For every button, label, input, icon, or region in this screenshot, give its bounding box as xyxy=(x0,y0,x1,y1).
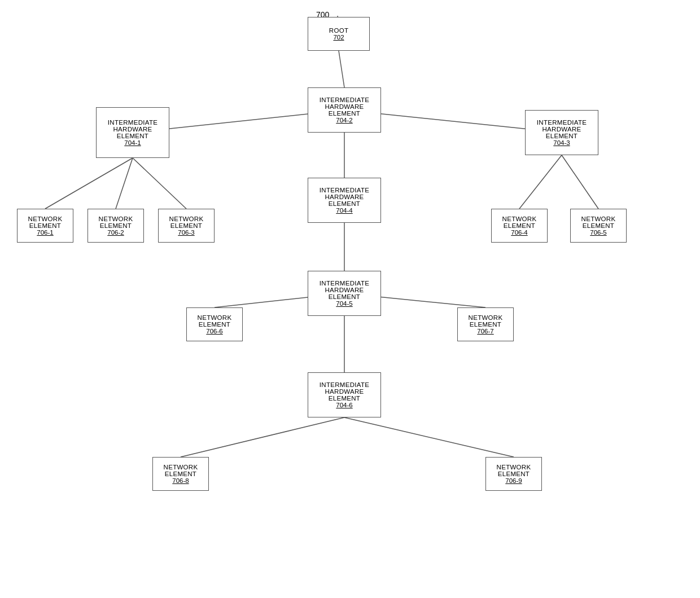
node-ihe-704-3: IntermediateHardwareElement 704-3 xyxy=(525,110,598,155)
svg-line-6 xyxy=(45,158,133,209)
node-ne-706-5: NetworkElement 706-5 xyxy=(570,209,627,243)
node-ihe-704-1-label: IntermediateHardwareElement xyxy=(108,119,158,139)
node-ne-706-3-id: 706-3 xyxy=(178,229,194,236)
node-ne-706-9-id: 706-9 xyxy=(505,477,522,484)
node-ne-706-1: NetworkElement 706-1 xyxy=(17,209,73,243)
node-ne-706-2-label: NetworkElement xyxy=(99,216,133,229)
node-ihe-704-4-label: IntermediateHardwareElement xyxy=(320,187,369,207)
node-ne-706-6-label: NetworkElement xyxy=(198,314,232,328)
node-ne-706-8-label: NetworkElement xyxy=(164,464,198,477)
node-ne-706-5-label: NetworkElement xyxy=(581,216,616,229)
node-ihe-704-6-label: IntermediateHardwareElement xyxy=(320,381,369,402)
node-ihe-704-3-label: IntermediateHardwareElement xyxy=(537,119,587,139)
node-ihe-704-6: IntermediateHardwareElement 704-6 xyxy=(308,372,381,417)
node-ne-706-9: NetworkElement 706-9 xyxy=(485,457,542,491)
diagram-container: 700 xyxy=(0,0,700,598)
node-ne-706-7-id: 706-7 xyxy=(477,328,493,335)
node-ne-706-6: NetworkElement 706-6 xyxy=(186,307,243,341)
svg-line-10 xyxy=(562,155,598,209)
node-ihe-704-1: IntermediateHardwareElement 704-1 xyxy=(96,107,169,158)
node-ne-706-7-label: NetworkElement xyxy=(469,314,503,328)
node-root-id: 702 xyxy=(333,34,344,41)
node-root-label: Root xyxy=(329,27,348,34)
node-ihe-704-2-label: IntermediateHardwareElement xyxy=(320,96,369,117)
node-ne-706-4-id: 706-4 xyxy=(511,229,527,236)
node-ne-706-5-id: 706-5 xyxy=(590,229,606,236)
node-ne-706-8: NetworkElement 706-8 xyxy=(152,457,209,491)
svg-line-8 xyxy=(133,158,186,209)
node-ihe-704-1-id: 704-1 xyxy=(124,139,141,146)
svg-line-2 xyxy=(339,51,344,87)
node-ne-706-4: NetworkElement 706-4 xyxy=(491,209,548,243)
node-ihe-704-3-id: 704-3 xyxy=(553,139,570,146)
node-root-702: Root 702 xyxy=(308,17,370,51)
node-ne-706-2: NetworkElement 706-2 xyxy=(88,209,144,243)
svg-line-7 xyxy=(116,158,133,209)
node-ne-706-3: NetworkElement 706-3 xyxy=(158,209,215,243)
svg-line-15 xyxy=(181,417,344,457)
node-ne-706-3-label: NetworkElement xyxy=(169,216,204,229)
node-ne-706-2-id: 706-2 xyxy=(107,229,124,236)
node-ihe-704-5-id: 704-5 xyxy=(336,300,352,307)
svg-line-16 xyxy=(344,417,514,457)
node-ihe-704-2-id: 704-2 xyxy=(336,117,352,124)
node-ne-706-8-id: 706-8 xyxy=(172,477,189,484)
node-ihe-704-5: IntermediateHardwareElement 704-5 xyxy=(308,271,381,316)
node-ihe-704-4: IntermediateHardwareElement 704-4 xyxy=(308,178,381,223)
node-ne-706-9-label: NetworkElement xyxy=(497,464,531,477)
svg-line-9 xyxy=(519,155,562,209)
node-ne-706-1-label: NetworkElement xyxy=(28,216,63,229)
node-ihe-704-6-id: 704-6 xyxy=(336,402,352,408)
node-ihe-704-4-id: 704-4 xyxy=(336,207,352,214)
node-ne-706-1-id: 706-1 xyxy=(37,229,53,236)
node-ne-706-4-label: NetworkElement xyxy=(502,216,537,229)
node-ne-706-7: NetworkElement 706-7 xyxy=(457,307,514,341)
node-ne-706-6-id: 706-6 xyxy=(206,328,222,335)
node-ihe-704-2: IntermediateHardwareElement 704-2 xyxy=(308,87,381,133)
node-ihe-704-5-label: IntermediateHardwareElement xyxy=(320,280,369,300)
